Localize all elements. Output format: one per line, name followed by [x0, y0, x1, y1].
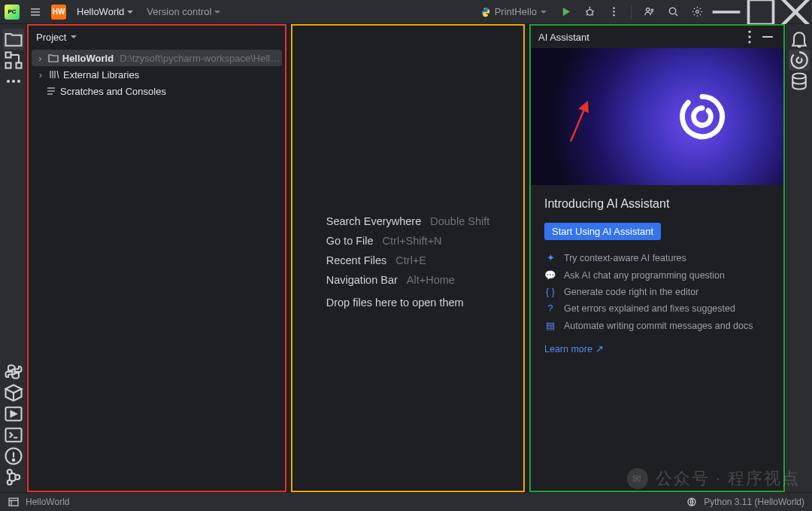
svg-point-28	[6, 80, 9, 83]
status-project-label[interactable]: HelloWorld	[26, 497, 69, 507]
recent-files-shortcut: Ctrl+E	[395, 254, 426, 266]
ai-feature-item: ?Get errors explained and fixes suggeste…	[544, 303, 770, 314]
scratches-node[interactable]: Scratches and Consoles	[32, 83, 282, 99]
python-packages-button[interactable]	[3, 382, 24, 403]
interpreter-icon	[686, 494, 698, 510]
chevron-right-icon[interactable]: ›	[36, 69, 45, 81]
svg-line-17	[675, 14, 677, 16]
scratches-label: Scratches and Consoles	[60, 86, 166, 97]
minimize-button[interactable]	[710, 0, 743, 24]
run-target-label: PrintHello	[495, 6, 537, 17]
svg-rect-48	[9, 498, 18, 506]
ai-feature-item: { }Generate code right in the editor	[544, 287, 770, 297]
ai-feature-label: Generate code right in the editor	[564, 287, 698, 297]
more-tools-button[interactable]	[3, 71, 24, 92]
code-with-me-button[interactable]	[638, 0, 660, 24]
svg-point-13	[613, 14, 614, 16]
help-icon: ?	[544, 303, 556, 314]
close-button[interactable]	[779, 0, 812, 24]
chat-icon: 💬	[544, 269, 556, 281]
project-tree[interactable]: › HelloWorld D:\tzysoft\pycharm-workspac…	[29, 48, 285, 101]
svg-point-15	[650, 9, 653, 11]
main-menu-button[interactable]	[27, 4, 44, 20]
project-tool-button[interactable]	[3, 29, 24, 50]
svg-point-42	[748, 30, 750, 32]
ai-feature-label: Ask AI chat any programming question	[564, 270, 725, 281]
ai-feature-label: Try context-aware AI features	[564, 253, 686, 263]
ide-logo-icon: PC	[5, 5, 20, 20]
svg-point-12	[613, 11, 614, 12]
svg-line-7	[585, 11, 586, 12]
chevron-down-icon	[127, 11, 133, 14]
chevron-down-icon[interactable]	[71, 35, 77, 38]
learn-more-label: Learn more	[544, 344, 592, 354]
status-bar: HelloWorld Python 3.11 (HelloWorld)	[0, 492, 812, 511]
project-root-path: D:\tzysoft\pycharm-workspace\HelloWorld	[120, 53, 282, 64]
ai-feature-item: ✦Try context-aware AI features	[544, 252, 770, 263]
search-everywhere-label: Search Everywhere	[326, 215, 422, 227]
ai-assistant-panel: AI Assistant Introducing AI Assistant St…	[529, 24, 785, 492]
recent-files-label: Recent Files	[326, 254, 387, 266]
tool-windows-icon[interactable]	[8, 494, 20, 510]
services-button[interactable]	[3, 403, 24, 424]
external-link-icon: ↗	[595, 343, 604, 354]
vcs-widget[interactable]: Version control	[144, 6, 223, 17]
svg-point-37	[7, 480, 11, 485]
svg-rect-23	[5, 53, 11, 58]
ai-feature-item: ▤Automate writing commit messages and do…	[544, 320, 770, 331]
panel-hide-button[interactable]	[759, 29, 776, 45]
svg-point-30	[17, 80, 20, 83]
svg-point-47	[792, 74, 806, 79]
swirl-icon	[674, 88, 731, 145]
ai-assistant-tool-button[interactable]	[789, 50, 810, 71]
run-configuration[interactable]: PrintHello	[474, 6, 553, 17]
scratch-icon	[45, 83, 57, 99]
project-root-label: HelloWorld	[62, 53, 114, 64]
svg-point-29	[11, 80, 14, 83]
project-panel: Project › HelloWorld D:\tzysoft\pycharm-…	[27, 24, 286, 492]
search-everywhere-shortcut: Double Shift	[430, 215, 489, 227]
ai-feature-list: ✦Try context-aware AI features 💬Ask AI c…	[544, 252, 770, 331]
goto-file-label: Go to File	[326, 235, 374, 247]
ai-heading: Introducing AI Assistant	[544, 197, 770, 211]
separator	[631, 5, 632, 19]
settings-button[interactable]	[686, 0, 708, 24]
project-root-node[interactable]: › HelloWorld D:\tzysoft\pycharm-workspac…	[32, 50, 282, 66]
run-button[interactable]	[554, 0, 577, 24]
goto-file-shortcut: Ctrl+Shift+N	[383, 235, 442, 247]
list-icon: ▤	[544, 320, 556, 331]
editor-area[interactable]: Search EverywhereDouble Shift Go to File…	[291, 24, 525, 492]
folder-icon	[47, 50, 59, 66]
chevron-down-icon	[214, 11, 220, 14]
problems-button[interactable]	[3, 446, 24, 467]
chevron-right-icon[interactable]: ›	[36, 53, 44, 64]
learn-more-link[interactable]: Learn more ↗	[544, 343, 604, 354]
svg-line-10	[592, 14, 593, 15]
svg-rect-25	[16, 63, 21, 68]
more-actions-button[interactable]	[602, 0, 625, 24]
project-panel-header: Project	[29, 26, 285, 48]
svg-line-9	[586, 14, 587, 15]
vcs-tool-button[interactable]	[3, 467, 24, 488]
interpreter-label[interactable]: Python 3.11 (HelloWorld)	[704, 497, 804, 507]
search-button[interactable]	[662, 0, 684, 24]
terminal-button[interactable]	[3, 424, 24, 446]
svg-rect-32	[5, 428, 21, 442]
start-ai-button[interactable]: Start Using AI Assistant	[544, 223, 661, 240]
svg-point-11	[613, 8, 614, 9]
maximize-button[interactable]	[744, 0, 777, 24]
nav-bar-shortcut: Alt+Home	[407, 274, 455, 286]
ai-panel-header: AI Assistant	[531, 26, 783, 48]
drop-hint: Drop files here to open them	[326, 297, 490, 309]
structure-tool-button[interactable]	[3, 50, 24, 71]
panel-options-button[interactable]	[741, 29, 758, 45]
database-tool-button[interactable]	[789, 71, 810, 92]
notifications-button[interactable]	[789, 29, 810, 50]
ai-panel-title: AI Assistant	[538, 32, 589, 43]
svg-point-36	[7, 470, 11, 474]
debug-button[interactable]	[578, 0, 601, 24]
project-selector[interactable]: HelloWorld	[74, 6, 136, 17]
python-console-button[interactable]	[3, 361, 24, 382]
svg-point-44	[748, 41, 750, 43]
external-libraries-node[interactable]: › External Libraries	[32, 66, 282, 83]
